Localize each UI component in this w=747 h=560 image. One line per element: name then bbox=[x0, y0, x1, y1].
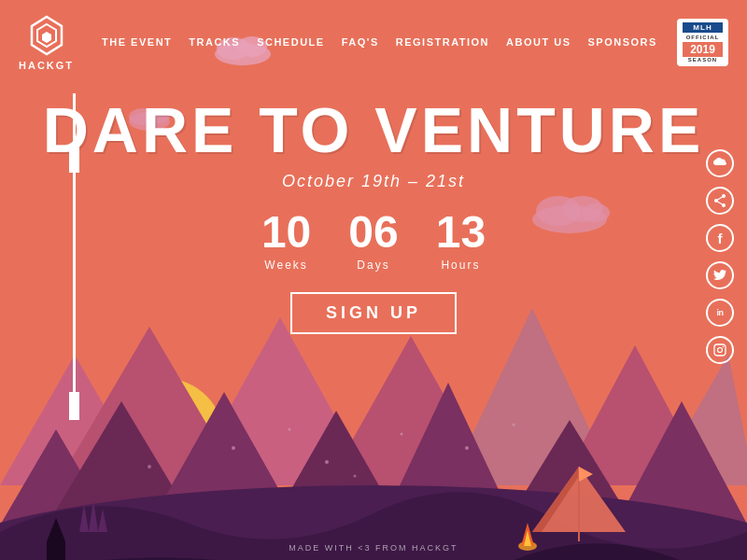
svg-point-58 bbox=[354, 475, 357, 478]
nav-faqs[interactable]: FAQ'S bbox=[342, 36, 379, 48]
countdown-hours-number: 13 bbox=[436, 210, 486, 255]
hero-section: DARE TO VENTURE October 19th – 21st 10 W… bbox=[0, 93, 747, 334]
countdown-hours-label: Hours bbox=[436, 259, 486, 272]
svg-point-55 bbox=[465, 446, 469, 450]
countdown-days: 06 Days bbox=[348, 210, 398, 272]
vertical-bar-bottom bbox=[69, 392, 79, 420]
mlh-season: SEASON bbox=[683, 57, 723, 63]
nav-registration[interactable]: REGISTRATION bbox=[396, 36, 489, 48]
countdown-days-number: 06 bbox=[348, 210, 398, 255]
svg-point-56 bbox=[513, 424, 515, 427]
svg-marker-2 bbox=[42, 32, 51, 43]
svg-line-6 bbox=[716, 196, 724, 201]
vertical-line bbox=[73, 93, 76, 411]
logo[interactable]: HACKGT bbox=[19, 13, 74, 71]
countdown-days-label: Days bbox=[348, 259, 398, 272]
countdown-hours: 13 Hours bbox=[436, 210, 486, 272]
countdown-weeks-label: Weeks bbox=[261, 259, 311, 272]
mlh-official: OFFICIAL bbox=[683, 35, 723, 40]
logo-text: HACKGT bbox=[19, 60, 74, 71]
nav-links: THE EVENT TRACKS SCHEDULE FAQ'S REGISTRA… bbox=[102, 36, 677, 48]
countdown: 10 Weeks 06 Days 13 Hours bbox=[0, 210, 747, 272]
instagram-icon[interactable] bbox=[706, 336, 734, 364]
cloud-social-icon[interactable] bbox=[706, 149, 734, 177]
mlh-year: 2019 bbox=[683, 42, 723, 57]
svg-point-53 bbox=[325, 460, 329, 464]
logo-icon bbox=[24, 13, 69, 58]
nav-schedule[interactable]: SCHEDULE bbox=[257, 36, 325, 48]
svg-rect-8 bbox=[714, 344, 726, 356]
share-icon[interactable] bbox=[706, 187, 734, 215]
svg-line-7 bbox=[716, 201, 724, 205]
navigation: HACKGT THE EVENT TRACKS SCHEDULE FAQ'S R… bbox=[0, 0, 747, 84]
facebook-icon[interactable]: f bbox=[706, 224, 734, 252]
countdown-weeks-number: 10 bbox=[261, 210, 311, 255]
nav-about-us[interactable]: ABOUT US bbox=[506, 36, 571, 48]
mlh-badge: MLH OFFICIAL 2019 SEASON bbox=[677, 19, 728, 66]
hero-dates: October 19th – 21st bbox=[0, 172, 747, 191]
signup-button[interactable]: SIGN UP bbox=[290, 292, 457, 334]
linkedin-icon[interactable]: in bbox=[706, 299, 734, 327]
nav-tracks[interactable]: TRACKS bbox=[189, 36, 240, 48]
svg-point-51 bbox=[232, 446, 235, 450]
svg-point-9 bbox=[718, 348, 723, 353]
mlh-label: MLH bbox=[683, 22, 723, 33]
hero-title: DARE TO VENTURE bbox=[0, 93, 747, 166]
svg-point-52 bbox=[289, 428, 291, 431]
twitter-icon[interactable] bbox=[706, 261, 734, 289]
vertical-bar-top bbox=[69, 145, 79, 173]
svg-point-54 bbox=[401, 433, 403, 436]
footer: MADE WITH <3 FROM HACKGT bbox=[0, 543, 747, 553]
countdown-weeks: 10 Weeks bbox=[261, 210, 311, 272]
nav-sponsors[interactable]: SPONSORS bbox=[587, 36, 656, 48]
svg-point-57 bbox=[148, 465, 151, 469]
svg-point-10 bbox=[723, 346, 725, 348]
social-sidebar: f in bbox=[706, 149, 734, 364]
nav-the-event[interactable]: THE EVENT bbox=[102, 36, 172, 48]
footer-text: MADE WITH <3 FROM HACKGT bbox=[289, 543, 458, 553]
